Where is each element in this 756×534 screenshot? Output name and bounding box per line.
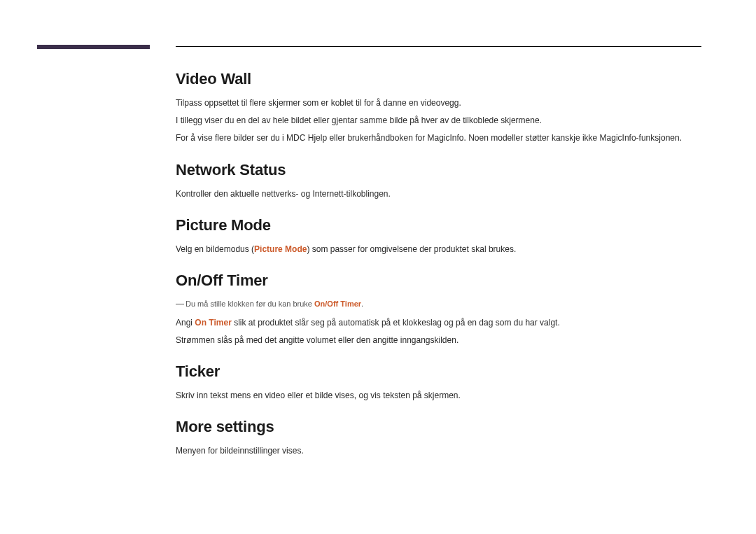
document-content: Video Wall Tilpass oppsettet til flere s… (176, 70, 708, 473)
section-ticker: Ticker Skriv inn tekst mens en video ell… (176, 363, 708, 402)
text: . (361, 300, 363, 308)
heading-ticker: Ticker (176, 363, 708, 381)
section-network-status: Network Status Kontroller den aktuelle n… (176, 161, 708, 201)
note: Du må stille klokken før du kan bruke On… (176, 298, 708, 311)
section-on-off-timer: On/Off Timer Du må stille klokken før du… (176, 272, 708, 347)
heading-picture-mode: Picture Mode (176, 216, 708, 234)
heading-network-status: Network Status (176, 161, 708, 179)
text: Angi (176, 318, 195, 328)
paragraph: Angi On Timer slik at produktet slår seg… (176, 316, 708, 330)
highlight-on-timer: On Timer (195, 318, 231, 328)
section-video-wall: Video Wall Tilpass oppsettet til flere s… (176, 70, 708, 146)
paragraph: Tilpass oppsettet til flere skjermer som… (176, 97, 708, 110)
paragraph: Strømmen slås på med det angitte volumet… (176, 334, 708, 347)
text: Velg en bildemodus ( (176, 244, 254, 254)
horizontal-divider (176, 46, 701, 47)
heading-video-wall: Video Wall (176, 70, 708, 88)
paragraph: Kontroller den aktuelle nettverks- og In… (176, 188, 708, 201)
note-dash-icon (176, 304, 184, 304)
heading-on-off-timer: On/Off Timer (176, 272, 708, 290)
text: Du må stille klokken før du kan bruke (186, 300, 314, 308)
section-more-settings: More settings Menyen for bildeinnstillin… (176, 418, 708, 458)
paragraph: For å vise flere bilder ser du i MDC Hje… (176, 132, 708, 145)
text: slik at produktet slår seg på automatisk… (232, 318, 560, 328)
paragraph: Velg en bildemodus (Picture Mode) som pa… (176, 243, 708, 256)
text: ) som passer for omgivelsene der produkt… (307, 244, 516, 254)
paragraph: Menyen for bildeinnstillinger vises. (176, 444, 708, 458)
accent-bar (37, 45, 150, 49)
paragraph: I tillegg viser du en del av hele bildet… (176, 114, 708, 127)
paragraph: Skriv inn tekst mens en video eller et b… (176, 389, 708, 402)
heading-more-settings: More settings (176, 418, 708, 436)
highlight-on-off-timer: On/Off Timer (314, 300, 361, 308)
section-picture-mode: Picture Mode Velg en bildemodus (Picture… (176, 216, 708, 256)
highlight-picture-mode: Picture Mode (254, 244, 307, 254)
